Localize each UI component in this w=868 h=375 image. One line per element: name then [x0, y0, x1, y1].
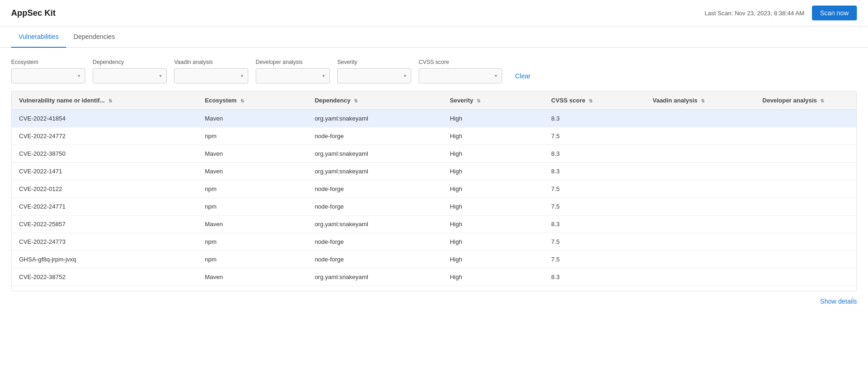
col-header-developer-analysis[interactable]: Developer analysis ⇅ — [755, 91, 856, 110]
table-row[interactable]: CVE-2022-1471Mavenorg.yaml:snakeyamlHigh… — [12, 163, 856, 180]
cell-row8-col6 — [755, 251, 856, 268]
footer: Show details — [0, 291, 868, 311]
cell-row8-col1: npm — [197, 251, 307, 268]
developer-analysis-filter: Developer analysis ▾ — [256, 59, 330, 83]
cell-row1-col2: node-forge — [307, 127, 442, 145]
dependency-chevron-icon: ▾ — [159, 73, 162, 78]
col-header-dependency[interactable]: Dependency ⇅ — [307, 91, 442, 110]
cell-row8-col5 — [645, 251, 755, 268]
col-header-cvss-score[interactable]: CVSS score ⇅ — [544, 91, 645, 110]
cell-row5-col0: CVE-2022-24771 — [12, 198, 197, 216]
cell-row1-col5 — [645, 127, 755, 145]
header-right: Last Scan: Nov 23, 2023, 8:38:44 AM Scan… — [704, 6, 857, 20]
table-row[interactable]: CVE-2022-41854Mavenorg.yaml:snakeyamlHig… — [12, 110, 856, 127]
cell-row6-col1: Maven — [197, 216, 307, 233]
table-row[interactable]: CVE-2022-24772npmnode-forgeHigh7.5 — [12, 127, 856, 145]
cell-row7-col6 — [755, 233, 856, 251]
cell-row2-col1: Maven — [197, 145, 307, 163]
cell-row4-col0: CVE-2022-0122 — [12, 180, 197, 198]
table-row[interactable]: CVE-2022-0122npmnode-forgeHigh7.5 — [12, 180, 856, 198]
table-row[interactable]: CVE-2022-24773npmnode-forgeHigh7.5 — [12, 233, 856, 251]
cell-row4-col3: High — [442, 180, 544, 198]
cell-row10-col2: node-forge — [307, 286, 442, 291]
dependency-filter: Dependency ▾ — [93, 59, 167, 83]
cell-row10-col0: GHSA-5rrq-pxf6-6jx5 — [12, 286, 197, 291]
cell-row5-col4: 7.5 — [544, 198, 645, 216]
cvss-score-dropdown[interactable]: ▾ — [419, 68, 502, 83]
cell-row6-col2: org.yaml:snakeyaml — [307, 216, 442, 233]
sort-icon-dependency: ⇅ — [354, 98, 358, 103]
cell-row2-col5 — [645, 145, 755, 163]
vaadin-analysis-filter: Vaadin analysis ▾ — [174, 59, 248, 83]
developer-analysis-dropdown[interactable]: ▾ — [256, 68, 330, 83]
cell-row1-col0: CVE-2022-24772 — [12, 127, 197, 145]
cell-row7-col1: npm — [197, 233, 307, 251]
cell-row7-col5 — [645, 233, 755, 251]
developer-analysis-filter-label: Developer analysis — [256, 59, 330, 65]
cell-row7-col2: node-forge — [307, 233, 442, 251]
col-header-vuln-name[interactable]: Vulnerability name or identif... ⇅ — [12, 91, 197, 110]
table-row[interactable]: GHSA-gf8q-jrpm-jvxqnpmnode-forgeHigh7.5 — [12, 251, 856, 268]
table-row[interactable]: GHSA-5rrq-pxf6-6jx5npmnode-forgeHigh7.5 — [12, 286, 856, 291]
severity-chevron-icon: ▾ — [404, 73, 406, 78]
severity-dropdown[interactable]: ▾ — [337, 68, 411, 83]
cell-row9-col3: High — [442, 268, 544, 286]
cell-row1-col4: 7.5 — [544, 127, 645, 145]
table-row[interactable]: CVE-2022-38752Mavenorg.yaml:snakeyamlHig… — [12, 268, 856, 286]
cell-row1-col3: High — [442, 127, 544, 145]
cell-row4-col1: npm — [197, 180, 307, 198]
sort-icon-developer-analysis: ⇅ — [820, 98, 824, 103]
table-scroll-area[interactable]: Vulnerability name or identif... ⇅ Ecosy… — [12, 91, 856, 291]
table-row[interactable]: CVE-2022-25857Mavenorg.yaml:snakeyamlHig… — [12, 216, 856, 233]
vaadin-analysis-filter-label: Vaadin analysis — [174, 59, 248, 65]
cell-row4-col2: node-forge — [307, 180, 442, 198]
cvss-score-chevron-icon: ▾ — [495, 73, 497, 78]
cell-row10-col4: 7.5 — [544, 286, 645, 291]
cell-row3-col4: 8.3 — [544, 163, 645, 180]
cvss-score-filter-label: CVSS score — [419, 59, 502, 65]
cell-row10-col1: npm — [197, 286, 307, 291]
cell-row8-col4: 7.5 — [544, 251, 645, 268]
clear-button[interactable]: Clear — [513, 69, 532, 83]
col-header-severity[interactable]: Severity ⇅ — [442, 91, 544, 110]
show-details-button[interactable]: Show details — [820, 298, 857, 305]
cell-row10-col5 — [645, 286, 755, 291]
cell-row9-col2: org.yaml:snakeyaml — [307, 268, 442, 286]
vaadin-analysis-chevron-icon: ▾ — [241, 73, 243, 78]
cell-row5-col3: High — [442, 198, 544, 216]
cell-row2-col2: org.yaml:snakeyaml — [307, 145, 442, 163]
sort-icon-cvss-score: ⇅ — [589, 98, 592, 103]
cell-row3-col5 — [645, 163, 755, 180]
table-row[interactable]: CVE-2022-24771npmnode-forgeHigh7.5 — [12, 198, 856, 216]
col-header-vaadin-analysis[interactable]: Vaadin analysis ⇅ — [645, 91, 755, 110]
table-header: Vulnerability name or identif... ⇅ Ecosy… — [12, 91, 856, 110]
sort-icon-ecosystem: ⇅ — [240, 98, 244, 103]
tab-vulnerabilities[interactable]: Vulnerabilities — [11, 26, 66, 48]
dependency-dropdown[interactable]: ▾ — [93, 68, 167, 83]
cell-row0-col3: High — [442, 110, 544, 127]
table-row[interactable]: CVE-2022-38750Mavenorg.yaml:snakeyamlHig… — [12, 145, 856, 163]
cell-row2-col4: 8.3 — [544, 145, 645, 163]
cell-row8-col0: GHSA-gf8q-jrpm-jvxq — [12, 251, 197, 268]
cell-row2-col3: High — [442, 145, 544, 163]
cell-row0-col5 — [645, 110, 755, 127]
tabs-bar: Vulnerabilities Dependencies — [0, 26, 868, 48]
severity-filter-label: Severity — [337, 59, 411, 65]
cell-row7-col0: CVE-2022-24773 — [12, 233, 197, 251]
cell-row10-col6 — [755, 286, 856, 291]
cell-row10-col3: High — [442, 286, 544, 291]
cell-row9-col5 — [645, 268, 755, 286]
ecosystem-dropdown[interactable]: ▾ — [11, 68, 85, 83]
ecosystem-filter: Ecosystem ▾ — [11, 59, 85, 83]
cell-row9-col0: CVE-2022-38752 — [12, 268, 197, 286]
cell-row0-col4: 8.3 — [544, 110, 645, 127]
cell-row6-col3: High — [442, 216, 544, 233]
col-header-ecosystem[interactable]: Ecosystem ⇅ — [197, 91, 307, 110]
tab-dependencies[interactable]: Dependencies — [66, 26, 123, 48]
cell-row9-col1: Maven — [197, 268, 307, 286]
vulnerabilities-table-wrapper: Vulnerability name or identif... ⇅ Ecosy… — [11, 91, 857, 291]
cell-row3-col2: org.yaml:snakeyaml — [307, 163, 442, 180]
scan-now-button[interactable]: Scan now — [812, 6, 857, 20]
sort-icon-severity: ⇅ — [477, 98, 480, 103]
vaadin-analysis-dropdown[interactable]: ▾ — [174, 68, 248, 83]
